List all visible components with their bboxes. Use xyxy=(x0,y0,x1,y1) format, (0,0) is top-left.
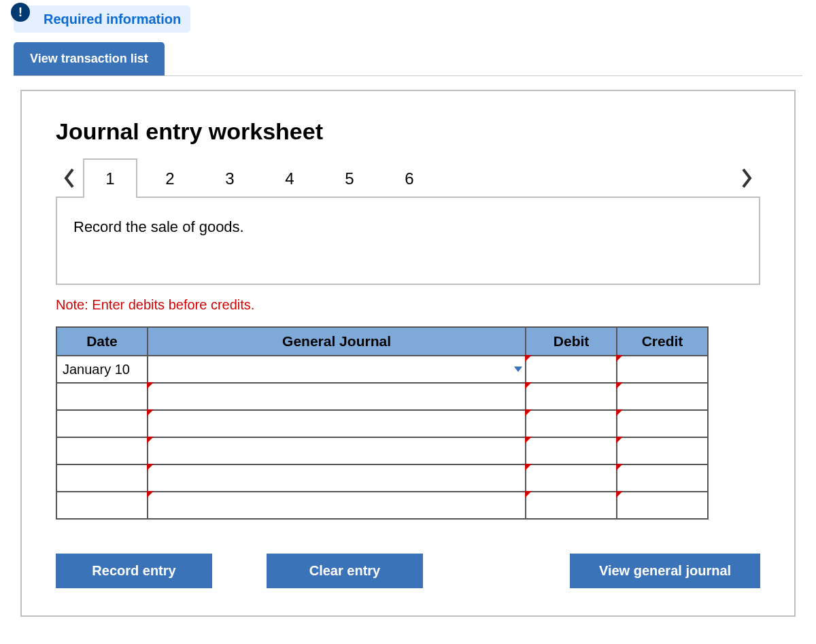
cell-marker-icon xyxy=(147,382,154,389)
cell-marker-icon xyxy=(525,409,532,416)
debit-cell[interactable] xyxy=(526,410,617,437)
date-cell[interactable] xyxy=(56,437,148,464)
cell-marker-icon xyxy=(525,491,532,498)
cell-marker-icon xyxy=(525,355,532,362)
general-journal-cell[interactable] xyxy=(148,492,526,519)
required-info-label: Required information xyxy=(44,12,181,27)
general-journal-cell[interactable] xyxy=(148,383,526,410)
clear-entry-button[interactable]: Clear entry xyxy=(267,554,423,588)
worksheet-title: Journal entry worksheet xyxy=(56,118,760,145)
view-transaction-list-tab[interactable]: View transaction list xyxy=(14,42,165,75)
record-entry-button[interactable]: Record entry xyxy=(56,554,212,588)
general-journal-cell[interactable] xyxy=(148,410,526,437)
cell-marker-icon xyxy=(525,437,532,443)
debit-cell[interactable] xyxy=(526,383,617,410)
general-journal-cell[interactable] xyxy=(148,437,526,464)
debit-cell[interactable] xyxy=(526,356,617,383)
worksheet-tab-1[interactable]: 1 xyxy=(83,158,137,198)
journal-table: Date General Journal Debit Credit Januar… xyxy=(56,326,709,520)
table-row xyxy=(56,492,708,519)
journal-worksheet-panel: Journal entry worksheet 123456 Record th… xyxy=(20,90,796,617)
date-cell[interactable] xyxy=(56,410,148,437)
cell-marker-icon xyxy=(616,491,623,498)
cell-marker-icon xyxy=(525,464,532,471)
table-row xyxy=(56,437,708,464)
instruction-box: Record the sale of goods. xyxy=(56,197,760,285)
date-cell[interactable] xyxy=(56,464,148,492)
debit-cell[interactable] xyxy=(526,464,617,492)
credit-cell[interactable] xyxy=(617,356,708,383)
date-cell[interactable] xyxy=(56,492,148,519)
cell-marker-icon xyxy=(616,437,623,443)
required-info-badge[interactable]: ! Required information xyxy=(14,5,190,33)
table-row xyxy=(56,464,708,492)
debit-cell[interactable] xyxy=(526,492,617,519)
credit-cell[interactable] xyxy=(617,492,708,519)
worksheet-tab-4[interactable]: 4 xyxy=(262,158,317,198)
date-cell[interactable] xyxy=(56,383,148,410)
credit-cell[interactable] xyxy=(617,383,708,410)
worksheet-tab-3[interactable]: 3 xyxy=(203,158,257,198)
cell-marker-icon xyxy=(147,409,154,416)
table-row: January 10 xyxy=(56,356,708,383)
col-header-general-journal: General Journal xyxy=(148,327,526,356)
dropdown-icon[interactable] xyxy=(514,367,522,372)
col-header-date: Date xyxy=(56,327,148,356)
col-header-debit: Debit xyxy=(526,327,617,356)
date-cell[interactable]: January 10 xyxy=(56,356,148,383)
info-icon: ! xyxy=(11,3,30,22)
credit-cell[interactable] xyxy=(617,410,708,437)
cell-marker-icon xyxy=(616,355,623,362)
cell-marker-icon xyxy=(147,464,154,471)
credit-cell[interactable] xyxy=(617,437,708,464)
general-journal-cell[interactable] xyxy=(148,464,526,492)
cell-marker-icon xyxy=(616,464,623,471)
instruction-text: Record the sale of goods. xyxy=(73,218,244,235)
table-row xyxy=(56,383,708,410)
credit-cell[interactable] xyxy=(617,464,708,492)
cell-marker-icon xyxy=(147,491,154,498)
cell-marker-icon xyxy=(616,382,623,389)
worksheet-tab-5[interactable]: 5 xyxy=(322,158,377,198)
cell-marker-icon xyxy=(147,437,154,443)
note-text: Note: Enter debits before credits. xyxy=(56,297,760,313)
col-header-credit: Credit xyxy=(617,327,708,356)
view-general-journal-button[interactable]: View general journal xyxy=(570,554,760,588)
debit-cell[interactable] xyxy=(526,437,617,464)
table-row xyxy=(56,410,708,437)
cell-marker-icon xyxy=(616,409,623,416)
general-journal-cell[interactable] xyxy=(148,356,526,383)
chevron-left-icon[interactable] xyxy=(56,161,83,195)
cell-marker-icon xyxy=(525,382,532,389)
worksheet-tab-6[interactable]: 6 xyxy=(382,158,437,198)
chevron-right-icon[interactable] xyxy=(733,161,760,195)
worksheet-tab-2[interactable]: 2 xyxy=(143,158,197,198)
